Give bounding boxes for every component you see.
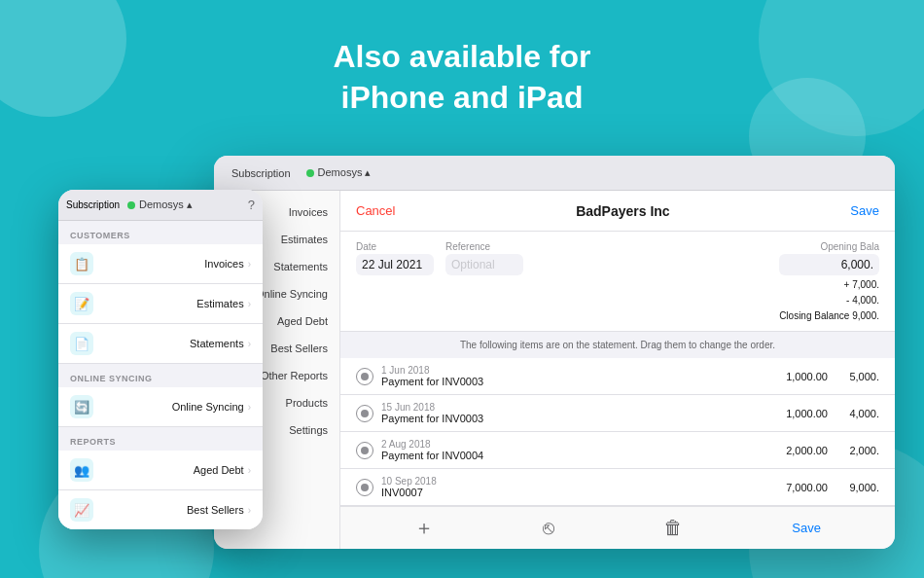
balance-changes: + 7,000. - 4,000. (779, 277, 879, 308)
aged-debt-icon: 👥 (70, 458, 93, 482)
row-balance: 5,000. (835, 371, 879, 382)
row-description: Payment for INV0003 (381, 376, 762, 387)
date-label: Date (356, 241, 434, 252)
small-estimates[interactable]: 📝 Estimates › (58, 284, 263, 324)
statements-label: Statements (101, 338, 244, 349)
small-best-sellers[interactable]: 📈 Best Sellers › (58, 490, 263, 529)
row-amount: 2,000.00 (769, 445, 828, 456)
estimates-label: Estimates (101, 298, 244, 309)
invoices-label: Invoices (101, 258, 244, 270)
row-description: Payment for INV0004 (381, 450, 762, 461)
opening-balance-field: Opening Bala 6,000. + 7,000. - 4,000. Cl… (779, 241, 879, 321)
row-drag-icon (356, 479, 373, 496)
chevron-icon5: › (248, 465, 251, 476)
large-content: Invoices Estimates Statements Online Syn… (214, 191, 895, 549)
online-dot (306, 169, 314, 177)
invoice-icon: 📋 (70, 252, 93, 275)
row-balance: 9,000. (835, 482, 879, 493)
delete-button[interactable]: 🗑 (663, 517, 683, 539)
row-drag-icon (356, 405, 373, 422)
hero-title: Also available for iPhone and iPad (0, 37, 924, 118)
bottom-toolbar: ＋ ⎋ 🗑 Save (340, 506, 895, 549)
customers-label: CUSTOMERS (58, 221, 263, 244)
cancel-button[interactable]: Cancel (356, 203, 395, 218)
tab-subscription[interactable]: Subscription (224, 164, 299, 182)
opening-label: Opening Bala (779, 241, 879, 252)
reports-label: REPORTS (58, 427, 263, 451)
row-drag-icon (356, 368, 373, 385)
main-panel: Cancel BadPayers Inc Save Date 22 Jul 20… (340, 191, 895, 549)
row-content: 1 Jun 2018 Payment for INV0003 (381, 365, 762, 387)
row-content: 15 Jun 2018 Payment for INV0003 (381, 402, 762, 424)
small-statements[interactable]: 📄 Statements › (58, 324, 263, 364)
small-content: CUSTOMERS 📋 Invoices › 📝 Estimates › 📄 S… (58, 221, 263, 529)
chevron-icon4: › (248, 402, 251, 413)
hero-section: Also available for iPhone and iPad (0, 37, 924, 118)
section1-header: The following items are on the statement… (340, 332, 895, 358)
small-invoices[interactable]: 📋 Invoices › (58, 244, 263, 284)
topbar-left: Subscription Demosys ▴ (224, 164, 885, 182)
row-date: 10 Sep 2018 (381, 476, 762, 487)
row-description: Payment for INV0003 (381, 413, 762, 424)
date-value[interactable]: 22 Jul 2021 (356, 254, 434, 275)
estimates-icon: 📝 (70, 292, 93, 315)
date-field: Date 22 Jul 2021 (356, 241, 434, 321)
panel-header: Cancel BadPayers Inc Save (340, 191, 895, 232)
row-balance: 4,000. (835, 408, 879, 419)
panel-title: BadPayers Inc (410, 203, 835, 219)
small-online-syncing[interactable]: 🔄 Online Syncing › (58, 387, 263, 427)
statement-area: The following items are on the statement… (340, 332, 895, 506)
small-tab-subscription[interactable]: Subscription (66, 199, 120, 210)
large-app-window: Subscription Demosys ▴ Invoices Estimate… (214, 156, 895, 549)
table-row[interactable]: 10 Sep 2018 INV0007 7,000.00 9,000. (340, 469, 895, 506)
row-date: 2 Aug 2018 (381, 439, 762, 450)
opening-value: 6,000. (779, 254, 879, 275)
best-sellers-icon: 📈 (70, 498, 93, 522)
sync-icon: 🔄 (70, 395, 93, 418)
row-amount: 1,000.00 (769, 408, 828, 419)
small-topbar: Subscription Demosys ▴ ? (58, 190, 263, 221)
help-button[interactable]: ? (248, 198, 255, 212)
reference-field: Reference Optional (445, 241, 523, 321)
table-row[interactable]: 1 Jun 2018 Payment for INV0003 1,000.00 … (340, 358, 895, 395)
chevron-icon6: › (248, 505, 251, 516)
row-amount: 7,000.00 (769, 482, 828, 493)
row-content: 2 Aug 2018 Payment for INV0004 (381, 439, 762, 461)
save-button[interactable]: Save (792, 521, 821, 535)
row-date: 1 Jun 2018 (381, 365, 762, 376)
add-button[interactable]: ＋ (414, 515, 434, 541)
online-label: ONLINE SYNCING (58, 364, 263, 387)
row-drag-icon (356, 442, 373, 459)
ref-label: Reference (445, 241, 523, 252)
ref-value[interactable]: Optional (445, 254, 523, 275)
row-amount: 1,000.00 (769, 371, 828, 382)
row-description: INV0007 (381, 487, 762, 498)
share-button[interactable]: ⎋ (543, 517, 554, 539)
large-topbar: Subscription Demosys ▴ (214, 156, 895, 191)
online-label2: Online Syncing (101, 401, 244, 413)
chevron-icon: › (248, 259, 251, 270)
demosys-badge[interactable]: Demosys ▴ (306, 166, 372, 179)
row-date: 15 Jun 2018 (381, 402, 762, 413)
chevron-icon2: › (248, 299, 251, 309)
chevron-icon3: › (248, 339, 251, 349)
statements-icon: 📄 (70, 332, 93, 355)
on-statement-rows: 1 Jun 2018 Payment for INV0003 1,000.00 … (340, 358, 895, 506)
closing-balance: Closing Balance 9,000. (779, 310, 879, 321)
row-balance: 2,000. (835, 445, 879, 456)
table-row[interactable]: 15 Jun 2018 Payment for INV0003 1,000.00… (340, 395, 895, 432)
small-app-window: Subscription Demosys ▴ ? CUSTOMERS 📋 Inv… (58, 190, 263, 529)
best-sellers-label: Best Sellers (101, 504, 244, 516)
header-save-button[interactable]: Save (850, 203, 879, 218)
aged-debt-label: Aged Debt (101, 464, 244, 476)
small-demosys[interactable]: Demosys ▴ (127, 199, 193, 211)
form-area: Date 22 Jul 2021 Reference Optional Open… (340, 232, 895, 332)
row-content: 10 Sep 2018 INV0007 (381, 476, 762, 498)
small-online-dot (127, 201, 135, 209)
small-aged-debt[interactable]: 👥 Aged Debt › (58, 451, 263, 490)
table-row[interactable]: 2 Aug 2018 Payment for INV0004 2,000.00 … (340, 432, 895, 469)
